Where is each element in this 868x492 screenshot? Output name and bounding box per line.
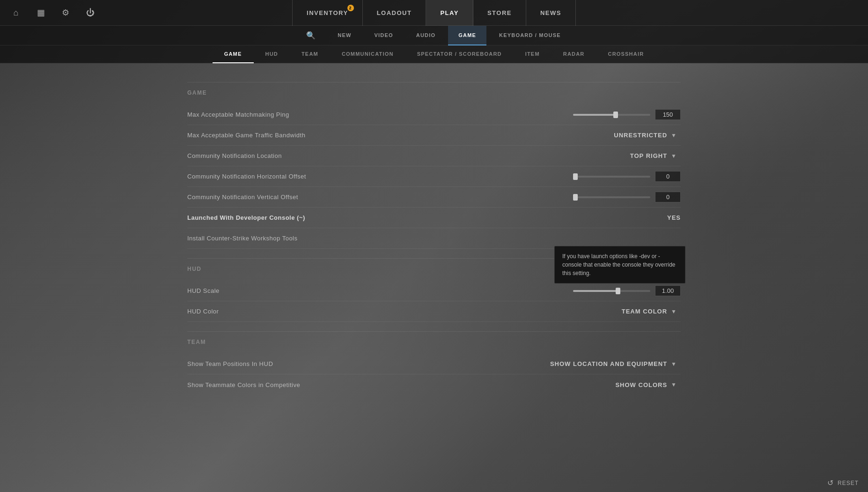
tab-new[interactable]: NEW xyxy=(327,26,361,45)
home-icon[interactable]: ⌂ xyxy=(9,6,22,19)
category-team[interactable]: TEAM xyxy=(290,45,330,63)
hud-section-title: Hud xyxy=(187,266,681,276)
content-area: Game Max Acceptable Matchmaking Ping 150… xyxy=(0,63,868,404)
reset-icon: ↺ xyxy=(827,478,834,487)
slider-fill xyxy=(573,290,618,292)
nav-loadout[interactable]: LOADOUT xyxy=(363,0,427,26)
tab-game[interactable]: GAME xyxy=(448,26,486,45)
setting-hud-color: HUD Color TEAM COLOR ▼ xyxy=(187,301,681,322)
team-positions-label: Show Team Positions In HUD xyxy=(187,360,273,367)
tab-audio[interactable]: AUDIO xyxy=(406,26,446,45)
setting-workshop-tools: Install Counter-Strike Workshop Tools xyxy=(187,228,681,249)
vertical-offset-value[interactable]: 0 xyxy=(655,192,681,202)
bandwidth-label: Max Acceptable Game Traffic Bandwidth xyxy=(187,132,305,139)
matchmaking-ping-control: 150 xyxy=(573,109,681,120)
category-crosshair[interactable]: CROSSHAIR xyxy=(596,45,655,63)
nav-play[interactable]: PLAY xyxy=(426,0,473,26)
slider-thumb[interactable] xyxy=(573,173,578,180)
hud-color-label: HUD Color xyxy=(187,308,219,315)
hud-scale-label: HUD Scale xyxy=(187,287,220,294)
notification-location-control: TOP RIGHT ▼ xyxy=(626,150,681,161)
slider-thumb[interactable] xyxy=(613,112,618,118)
top-nav: ⌂ ▦ ⚙ ⏻ INVENTORY 2 LOADOUT PLAY STORE N… xyxy=(0,0,868,26)
slider-fill xyxy=(573,114,616,116)
hud-scale-slider[interactable] xyxy=(573,290,650,292)
hud-color-control: TEAM COLOR ▼ xyxy=(618,306,681,317)
horizontal-offset-control: 0 xyxy=(573,171,681,182)
nav-news[interactable]: NEWS xyxy=(526,0,576,26)
reset-label: RESET xyxy=(838,480,859,486)
category-spectator[interactable]: SPECTATOR / SCOREBOARD xyxy=(405,45,514,63)
app-container: ⌂ ▦ ⚙ ⏻ INVENTORY 2 LOADOUT PLAY STORE N… xyxy=(0,0,868,492)
matchmaking-ping-value[interactable]: 150 xyxy=(655,109,681,120)
category-item[interactable]: ITEM xyxy=(514,45,552,63)
power-icon[interactable]: ⏻ xyxy=(84,6,97,19)
game-section-title: Game xyxy=(187,89,681,100)
setting-hud-scale: HUD Scale 1.00 xyxy=(187,281,681,301)
slider-thumb[interactable] xyxy=(616,288,620,294)
nav-icons: ⌂ ▦ ⚙ ⏻ xyxy=(9,6,97,19)
dev-console-control: YES xyxy=(667,214,681,221)
setting-teammate-colors: Show Teammate Colors in Competitive SHOW… xyxy=(187,374,681,395)
category-nav: GAME HUD TEAM COMMUNICATION SPECTATOR / … xyxy=(0,45,868,63)
bottom-bar[interactable]: ↺ RESET xyxy=(818,474,868,492)
category-hud[interactable]: HUD xyxy=(254,45,290,63)
teammate-colors-dropdown[interactable]: SHOW COLORS ▼ xyxy=(611,380,681,390)
bandwidth-dropdown-arrow: ▼ xyxy=(671,132,677,139)
team-positions-arrow: ▼ xyxy=(671,361,677,367)
nav-inventory[interactable]: INVENTORY 2 xyxy=(292,0,363,26)
matchmaking-ping-label: Max Acceptable Matchmaking Ping xyxy=(187,111,289,118)
hud-color-dropdown[interactable]: TEAM COLOR ▼ xyxy=(618,306,681,317)
vertical-offset-control: 0 xyxy=(573,192,681,202)
dev-console-label: Launched With Developer Console (~) xyxy=(187,214,305,221)
vertical-offset-label: Community Notification Vertical Offset xyxy=(187,194,298,201)
setting-dev-console: Launched With Developer Console (~) YES xyxy=(187,208,681,228)
category-radar[interactable]: RADAR xyxy=(552,45,596,63)
team-positions-control: SHOW LOCATION AND EQUIPMENT ▼ xyxy=(546,358,681,369)
setting-vertical-offset: Community Notification Vertical Offset 0 xyxy=(187,187,681,208)
tab-keyboard-mouse[interactable]: KEYBOARD / MOUSE xyxy=(489,26,571,45)
settings-icon[interactable]: ⚙ xyxy=(59,6,72,19)
bandwidth-control: UNRESTRICTED ▼ xyxy=(610,130,681,141)
setting-bandwidth: Max Acceptable Game Traffic Bandwidth UN… xyxy=(187,125,681,146)
game-section: Game xyxy=(187,82,681,100)
setting-notification-location: Community Notification Location TOP RIGH… xyxy=(187,146,681,166)
setting-team-positions: Show Team Positions In HUD SHOW LOCATION… xyxy=(187,354,681,374)
inventory-badge: 2 xyxy=(347,5,354,11)
team-positions-dropdown[interactable]: SHOW LOCATION AND EQUIPMENT ▼ xyxy=(546,358,681,369)
setting-matchmaking-ping: Max Acceptable Matchmaking Ping 150 xyxy=(187,104,681,125)
hud-color-arrow: ▼ xyxy=(671,308,677,315)
hud-scale-control: 1.00 xyxy=(573,285,681,296)
category-communication[interactable]: COMMUNICATION xyxy=(330,45,405,63)
teammate-colors-control: SHOW COLORS ▼ xyxy=(611,380,681,390)
hud-section: Hud xyxy=(187,258,681,276)
setting-horizontal-offset: Community Notification Horizontal Offset… xyxy=(187,166,681,187)
dev-console-value: YES xyxy=(667,214,681,221)
top-nav-links: INVENTORY 2 LOADOUT PLAY STORE NEWS xyxy=(292,0,576,26)
hud-scale-value[interactable]: 1.00 xyxy=(655,285,681,296)
notification-location-arrow: ▼ xyxy=(671,153,677,159)
vertical-offset-slider[interactable] xyxy=(573,196,650,198)
notification-location-label: Community Notification Location xyxy=(187,152,282,159)
category-game[interactable]: GAME xyxy=(213,45,254,63)
horizontal-offset-slider[interactable] xyxy=(573,176,650,178)
notification-location-dropdown[interactable]: TOP RIGHT ▼ xyxy=(626,150,681,161)
team-section: Team xyxy=(187,331,681,349)
slider-thumb[interactable] xyxy=(573,194,578,201)
horizontal-offset-label: Community Notification Horizontal Offset xyxy=(187,173,306,180)
bandwidth-dropdown[interactable]: UNRESTRICTED ▼ xyxy=(610,130,681,141)
matchmaking-ping-slider[interactable] xyxy=(573,114,650,116)
settings-nav: 🔍 NEW VIDEO AUDIO GAME KEYBOARD / MOUSE xyxy=(0,26,868,45)
team-section-title: Team xyxy=(187,339,681,349)
nav-store[interactable]: STORE xyxy=(473,0,526,26)
inventory-icon[interactable]: ▦ xyxy=(34,6,47,19)
horizontal-offset-value[interactable]: 0 xyxy=(655,171,681,182)
search-icon[interactable]: 🔍 xyxy=(297,31,325,40)
workshop-tools-label: Install Counter-Strike Workshop Tools xyxy=(187,235,298,242)
tab-video[interactable]: VIDEO xyxy=(364,26,404,45)
teammate-colors-label: Show Teammate Colors in Competitive xyxy=(187,381,300,388)
teammate-colors-arrow: ▼ xyxy=(671,381,677,388)
